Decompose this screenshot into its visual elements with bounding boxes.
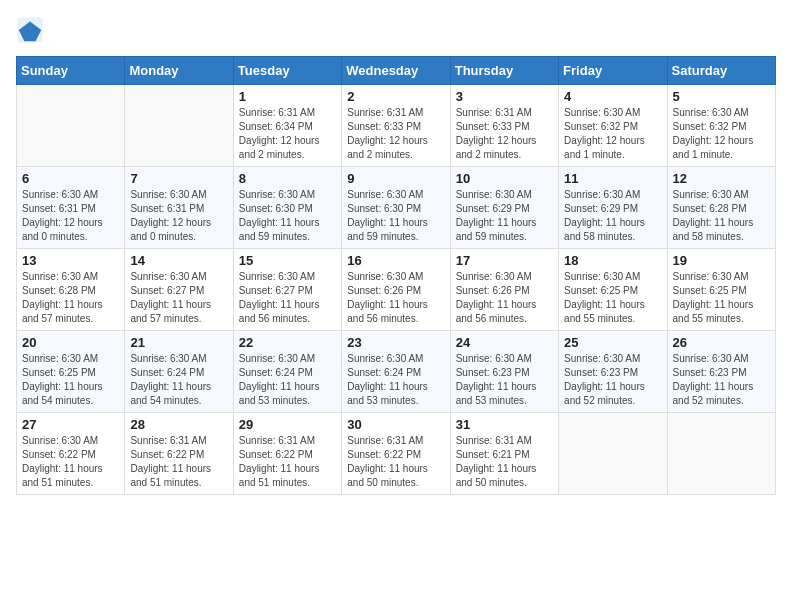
calendar-week-row: 6Sunrise: 6:30 AM Sunset: 6:31 PM Daylig…	[17, 167, 776, 249]
calendar-day-cell: 4Sunrise: 6:30 AM Sunset: 6:32 PM Daylig…	[559, 85, 667, 167]
day-info: Sunrise: 6:31 AM Sunset: 6:21 PM Dayligh…	[456, 434, 553, 490]
calendar-day-cell: 14Sunrise: 6:30 AM Sunset: 6:27 PM Dayli…	[125, 249, 233, 331]
calendar-day-cell: 16Sunrise: 6:30 AM Sunset: 6:26 PM Dayli…	[342, 249, 450, 331]
calendar-day-cell: 5Sunrise: 6:30 AM Sunset: 6:32 PM Daylig…	[667, 85, 775, 167]
day-number: 22	[239, 335, 336, 350]
day-info: Sunrise: 6:30 AM Sunset: 6:24 PM Dayligh…	[239, 352, 336, 408]
day-number: 19	[673, 253, 770, 268]
day-number: 27	[22, 417, 119, 432]
weekday-header-row: SundayMondayTuesdayWednesdayThursdayFrid…	[17, 57, 776, 85]
day-number: 6	[22, 171, 119, 186]
weekday-header: Wednesday	[342, 57, 450, 85]
calendar-day-cell: 6Sunrise: 6:30 AM Sunset: 6:31 PM Daylig…	[17, 167, 125, 249]
day-number: 15	[239, 253, 336, 268]
day-info: Sunrise: 6:30 AM Sunset: 6:31 PM Dayligh…	[22, 188, 119, 244]
calendar-day-cell: 30Sunrise: 6:31 AM Sunset: 6:22 PM Dayli…	[342, 413, 450, 495]
calendar-day-cell: 23Sunrise: 6:30 AM Sunset: 6:24 PM Dayli…	[342, 331, 450, 413]
day-number: 13	[22, 253, 119, 268]
day-info: Sunrise: 6:30 AM Sunset: 6:24 PM Dayligh…	[347, 352, 444, 408]
day-info: Sunrise: 6:30 AM Sunset: 6:32 PM Dayligh…	[673, 106, 770, 162]
day-info: Sunrise: 6:30 AM Sunset: 6:28 PM Dayligh…	[673, 188, 770, 244]
day-number: 16	[347, 253, 444, 268]
calendar-day-cell: 1Sunrise: 6:31 AM Sunset: 6:34 PM Daylig…	[233, 85, 341, 167]
day-info: Sunrise: 6:30 AM Sunset: 6:24 PM Dayligh…	[130, 352, 227, 408]
weekday-header: Friday	[559, 57, 667, 85]
calendar-day-cell: 10Sunrise: 6:30 AM Sunset: 6:29 PM Dayli…	[450, 167, 558, 249]
calendar-day-cell: 26Sunrise: 6:30 AM Sunset: 6:23 PM Dayli…	[667, 331, 775, 413]
day-number: 31	[456, 417, 553, 432]
day-number: 23	[347, 335, 444, 350]
calendar-day-cell: 25Sunrise: 6:30 AM Sunset: 6:23 PM Dayli…	[559, 331, 667, 413]
calendar-day-cell: 20Sunrise: 6:30 AM Sunset: 6:25 PM Dayli…	[17, 331, 125, 413]
calendar-day-cell	[667, 413, 775, 495]
day-info: Sunrise: 6:30 AM Sunset: 6:30 PM Dayligh…	[347, 188, 444, 244]
calendar-week-row: 13Sunrise: 6:30 AM Sunset: 6:28 PM Dayli…	[17, 249, 776, 331]
weekday-header: Thursday	[450, 57, 558, 85]
calendar-day-cell: 12Sunrise: 6:30 AM Sunset: 6:28 PM Dayli…	[667, 167, 775, 249]
day-info: Sunrise: 6:30 AM Sunset: 6:29 PM Dayligh…	[564, 188, 661, 244]
calendar-day-cell: 22Sunrise: 6:30 AM Sunset: 6:24 PM Dayli…	[233, 331, 341, 413]
generalblue-logo-icon	[16, 16, 44, 44]
day-info: Sunrise: 6:31 AM Sunset: 6:33 PM Dayligh…	[347, 106, 444, 162]
day-info: Sunrise: 6:30 AM Sunset: 6:25 PM Dayligh…	[673, 270, 770, 326]
day-info: Sunrise: 6:30 AM Sunset: 6:31 PM Dayligh…	[130, 188, 227, 244]
calendar-week-row: 20Sunrise: 6:30 AM Sunset: 6:25 PM Dayli…	[17, 331, 776, 413]
calendar-day-cell: 27Sunrise: 6:30 AM Sunset: 6:22 PM Dayli…	[17, 413, 125, 495]
day-number: 9	[347, 171, 444, 186]
weekday-header: Monday	[125, 57, 233, 85]
calendar-day-cell: 28Sunrise: 6:31 AM Sunset: 6:22 PM Dayli…	[125, 413, 233, 495]
calendar-day-cell: 11Sunrise: 6:30 AM Sunset: 6:29 PM Dayli…	[559, 167, 667, 249]
day-info: Sunrise: 6:30 AM Sunset: 6:25 PM Dayligh…	[22, 352, 119, 408]
calendar-day-cell	[17, 85, 125, 167]
day-info: Sunrise: 6:30 AM Sunset: 6:27 PM Dayligh…	[239, 270, 336, 326]
calendar-day-cell: 31Sunrise: 6:31 AM Sunset: 6:21 PM Dayli…	[450, 413, 558, 495]
calendar-day-cell: 15Sunrise: 6:30 AM Sunset: 6:27 PM Dayli…	[233, 249, 341, 331]
calendar-week-row: 1Sunrise: 6:31 AM Sunset: 6:34 PM Daylig…	[17, 85, 776, 167]
day-number: 14	[130, 253, 227, 268]
day-number: 26	[673, 335, 770, 350]
day-info: Sunrise: 6:30 AM Sunset: 6:23 PM Dayligh…	[673, 352, 770, 408]
calendar-day-cell: 19Sunrise: 6:30 AM Sunset: 6:25 PM Dayli…	[667, 249, 775, 331]
weekday-header: Saturday	[667, 57, 775, 85]
day-number: 20	[22, 335, 119, 350]
day-number: 12	[673, 171, 770, 186]
calendar-table: SundayMondayTuesdayWednesdayThursdayFrid…	[16, 56, 776, 495]
day-number: 29	[239, 417, 336, 432]
calendar-day-cell: 2Sunrise: 6:31 AM Sunset: 6:33 PM Daylig…	[342, 85, 450, 167]
calendar-day-cell: 9Sunrise: 6:30 AM Sunset: 6:30 PM Daylig…	[342, 167, 450, 249]
day-info: Sunrise: 6:31 AM Sunset: 6:34 PM Dayligh…	[239, 106, 336, 162]
day-info: Sunrise: 6:31 AM Sunset: 6:22 PM Dayligh…	[239, 434, 336, 490]
calendar-week-row: 27Sunrise: 6:30 AM Sunset: 6:22 PM Dayli…	[17, 413, 776, 495]
calendar-day-cell: 29Sunrise: 6:31 AM Sunset: 6:22 PM Dayli…	[233, 413, 341, 495]
day-info: Sunrise: 6:30 AM Sunset: 6:28 PM Dayligh…	[22, 270, 119, 326]
calendar-day-cell: 18Sunrise: 6:30 AM Sunset: 6:25 PM Dayli…	[559, 249, 667, 331]
day-number: 10	[456, 171, 553, 186]
page-header	[16, 16, 776, 44]
day-number: 5	[673, 89, 770, 104]
calendar-day-cell	[559, 413, 667, 495]
weekday-header: Sunday	[17, 57, 125, 85]
day-number: 25	[564, 335, 661, 350]
day-number: 1	[239, 89, 336, 104]
day-info: Sunrise: 6:30 AM Sunset: 6:27 PM Dayligh…	[130, 270, 227, 326]
day-info: Sunrise: 6:30 AM Sunset: 6:30 PM Dayligh…	[239, 188, 336, 244]
day-info: Sunrise: 6:30 AM Sunset: 6:23 PM Dayligh…	[564, 352, 661, 408]
day-info: Sunrise: 6:31 AM Sunset: 6:22 PM Dayligh…	[347, 434, 444, 490]
day-info: Sunrise: 6:30 AM Sunset: 6:25 PM Dayligh…	[564, 270, 661, 326]
day-info: Sunrise: 6:30 AM Sunset: 6:29 PM Dayligh…	[456, 188, 553, 244]
day-number: 7	[130, 171, 227, 186]
day-number: 21	[130, 335, 227, 350]
day-number: 30	[347, 417, 444, 432]
day-number: 4	[564, 89, 661, 104]
day-info: Sunrise: 6:30 AM Sunset: 6:26 PM Dayligh…	[456, 270, 553, 326]
day-number: 2	[347, 89, 444, 104]
calendar-day-cell	[125, 85, 233, 167]
calendar-day-cell: 8Sunrise: 6:30 AM Sunset: 6:30 PM Daylig…	[233, 167, 341, 249]
weekday-header: Tuesday	[233, 57, 341, 85]
calendar-day-cell: 3Sunrise: 6:31 AM Sunset: 6:33 PM Daylig…	[450, 85, 558, 167]
day-number: 24	[456, 335, 553, 350]
day-number: 11	[564, 171, 661, 186]
day-info: Sunrise: 6:30 AM Sunset: 6:26 PM Dayligh…	[347, 270, 444, 326]
day-info: Sunrise: 6:30 AM Sunset: 6:32 PM Dayligh…	[564, 106, 661, 162]
calendar-day-cell: 13Sunrise: 6:30 AM Sunset: 6:28 PM Dayli…	[17, 249, 125, 331]
